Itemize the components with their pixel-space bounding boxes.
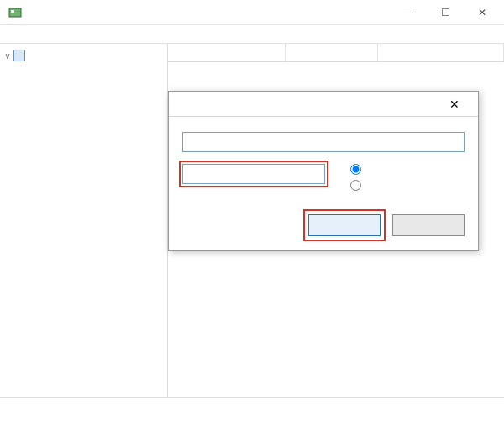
computer-icon <box>13 50 25 61</box>
radio-dec[interactable] <box>350 180 365 191</box>
minimize-button[interactable]: — <box>390 1 427 24</box>
app-icon <box>8 6 22 19</box>
value-data-input[interactable] <box>182 164 325 184</box>
list-header <box>168 44 504 62</box>
title-bar: — ☐ ✕ <box>0 0 504 25</box>
ok-button[interactable] <box>308 214 381 236</box>
radio-dec-input[interactable] <box>350 180 361 191</box>
dialog-close-icon[interactable]: ✕ <box>439 92 470 116</box>
svg-rect-1 <box>11 10 14 13</box>
cancel-button[interactable] <box>392 214 465 236</box>
close-button[interactable]: ✕ <box>464 1 501 24</box>
edit-dword-dialog: ✕ <box>168 91 479 251</box>
dialog-titlebar: ✕ <box>169 92 478 117</box>
menu-bar <box>0 25 504 44</box>
header-type[interactable] <box>286 44 378 61</box>
header-name[interactable] <box>168 44 286 61</box>
radio-hex[interactable] <box>350 164 365 175</box>
tree-root[interactable]: v <box>0 47 167 64</box>
status-bar <box>0 397 504 415</box>
registry-tree[interactable]: v <box>0 44 168 397</box>
value-name-input[interactable] <box>182 132 465 152</box>
header-data[interactable] <box>378 44 504 61</box>
maximize-button[interactable]: ☐ <box>427 1 464 24</box>
radio-hex-input[interactable] <box>350 164 361 175</box>
